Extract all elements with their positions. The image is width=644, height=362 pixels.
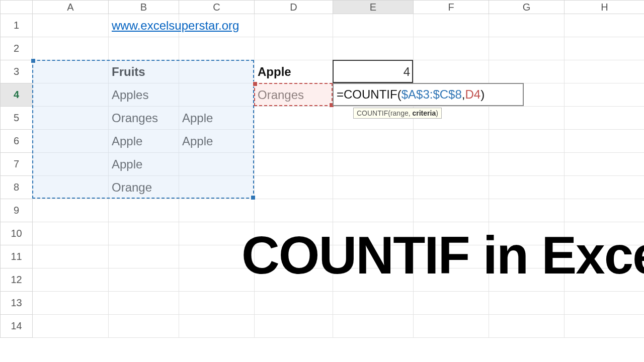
cell-C8[interactable] — [179, 176, 255, 199]
cell-F7[interactable] — [414, 153, 489, 176]
row-header-10[interactable]: 10 — [1, 222, 33, 245]
cell-H8[interactable] — [565, 176, 644, 199]
cell-A14[interactable] — [33, 315, 109, 338]
cell-C3[interactable] — [179, 60, 255, 83]
cell-B6[interactable]: Apple — [109, 130, 179, 153]
cell-C14[interactable] — [179, 315, 255, 338]
cell-F13[interactable] — [414, 292, 489, 315]
cell-B13[interactable] — [109, 292, 179, 315]
cell-G2[interactable] — [489, 37, 565, 60]
cell-A10[interactable] — [33, 222, 109, 245]
cell-D8[interactable] — [255, 176, 333, 199]
cell-A4[interactable] — [33, 83, 109, 107]
cell-B12[interactable] — [109, 268, 179, 292]
cell-H9[interactable] — [565, 199, 644, 222]
col-header-G[interactable]: G — [489, 1, 565, 14]
row-header-1[interactable]: 1 — [1, 14, 33, 37]
col-header-E[interactable]: E — [333, 1, 414, 14]
col-header-B[interactable]: B — [109, 1, 179, 14]
cell-E14[interactable] — [333, 315, 414, 338]
cell-B2[interactable] — [109, 37, 179, 60]
cell-E7[interactable] — [333, 153, 414, 176]
col-header-D[interactable]: D — [255, 1, 333, 14]
row-header-12[interactable]: 12 — [1, 268, 33, 292]
cell-H2[interactable] — [565, 37, 644, 60]
cell-F9[interactable] — [414, 199, 489, 222]
cell-E8[interactable] — [333, 176, 414, 199]
cell-B10[interactable] — [109, 222, 179, 245]
cell-F6[interactable] — [414, 130, 489, 153]
cell-E13[interactable] — [333, 292, 414, 315]
row-header-2[interactable]: 2 — [1, 37, 33, 60]
cell-C5[interactable]: Apple — [179, 107, 255, 130]
cell-C1[interactable] — [179, 14, 255, 37]
cell-H1[interactable] — [565, 14, 644, 37]
formula-edit-cell[interactable]: =COUNTIF($A$3:$C$8,D4) — [333, 83, 524, 106]
row-header-14[interactable]: 14 — [1, 315, 33, 338]
cell-F1[interactable] — [414, 14, 489, 37]
cell-D13[interactable] — [255, 292, 333, 315]
cell-G13[interactable] — [489, 292, 565, 315]
cell-D2[interactable] — [255, 37, 333, 60]
cell-D5[interactable] — [255, 107, 333, 130]
cell-C6[interactable]: Apple — [179, 130, 255, 153]
cell-F2[interactable] — [414, 37, 489, 60]
cell-F3[interactable] — [414, 60, 489, 83]
cell-B1[interactable]: www.excelsuperstar.org — [109, 14, 179, 37]
cell-A7[interactable] — [33, 153, 109, 176]
cell-B7[interactable]: Apple — [109, 153, 179, 176]
row-header-8[interactable]: 8 — [1, 176, 33, 199]
cell-D4[interactable]: Oranges — [255, 83, 333, 107]
cell-G7[interactable] — [489, 153, 565, 176]
cell-C9[interactable] — [179, 199, 255, 222]
cell-C13[interactable] — [179, 292, 255, 315]
cell-H5[interactable] — [565, 107, 644, 130]
select-all-corner[interactable] — [1, 1, 33, 14]
cell-C2[interactable] — [179, 37, 255, 60]
cell-E2[interactable] — [333, 37, 414, 60]
cell-A1[interactable] — [33, 14, 109, 37]
cell-H4[interactable] — [565, 83, 644, 107]
spreadsheet-grid[interactable]: ABCDEFGH1www.excelsuperstar.org23FruitsA… — [0, 0, 644, 338]
cell-C7[interactable] — [179, 153, 255, 176]
col-header-A[interactable]: A — [33, 1, 109, 14]
cell-E6[interactable] — [333, 130, 414, 153]
cell-E9[interactable] — [333, 199, 414, 222]
cell-F14[interactable] — [414, 315, 489, 338]
row-header-5[interactable]: 5 — [1, 107, 33, 130]
cell-D7[interactable] — [255, 153, 333, 176]
cell-B3[interactable]: Fruits — [109, 60, 179, 83]
cell-A2[interactable] — [33, 37, 109, 60]
cell-B8[interactable]: Orange — [109, 176, 179, 199]
row-header-6[interactable]: 6 — [1, 130, 33, 153]
col-header-H[interactable]: H — [565, 1, 644, 14]
cell-B4[interactable]: Apples — [109, 83, 179, 107]
cell-H3[interactable] — [565, 60, 644, 83]
cell-G9[interactable] — [489, 199, 565, 222]
row-header-11[interactable]: 11 — [1, 245, 33, 268]
cell-E1[interactable] — [333, 14, 414, 37]
cell-F8[interactable] — [414, 176, 489, 199]
cell-D14[interactable] — [255, 315, 333, 338]
row-header-7[interactable]: 7 — [1, 153, 33, 176]
cell-D6[interactable] — [255, 130, 333, 153]
cell-A13[interactable] — [33, 292, 109, 315]
cell-B9[interactable] — [109, 199, 179, 222]
row-header-3[interactable]: 3 — [1, 60, 33, 83]
cell-D1[interactable] — [255, 14, 333, 37]
cell-B11[interactable] — [109, 245, 179, 268]
cell-G14[interactable] — [489, 315, 565, 338]
cell-G6[interactable] — [489, 130, 565, 153]
row-header-9[interactable]: 9 — [1, 199, 33, 222]
cell-B14[interactable] — [109, 315, 179, 338]
cell-B5[interactable]: Oranges — [109, 107, 179, 130]
cell-D9[interactable] — [255, 199, 333, 222]
cell-A12[interactable] — [33, 268, 109, 292]
cell-A11[interactable] — [33, 245, 109, 268]
cell-G3[interactable] — [489, 60, 565, 83]
cell-H6[interactable] — [565, 130, 644, 153]
cell-G5[interactable] — [489, 107, 565, 130]
cell-H13[interactable] — [565, 292, 644, 315]
cell-A3[interactable] — [33, 60, 109, 83]
row-header-13[interactable]: 13 — [1, 292, 33, 315]
